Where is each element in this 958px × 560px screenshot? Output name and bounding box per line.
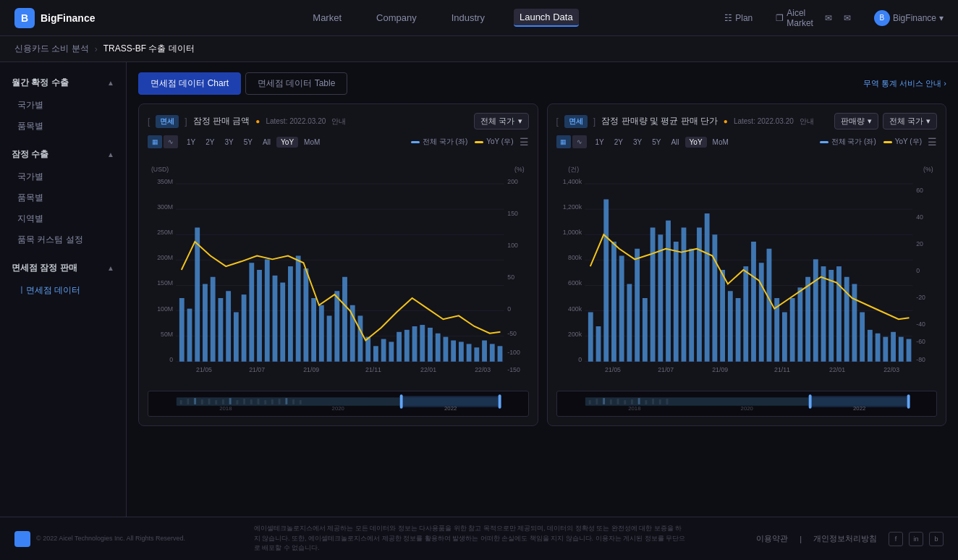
- svg-rect-93: [285, 398, 287, 404]
- chart1-bar-type[interactable]: ▦: [148, 135, 162, 148]
- chart2-period-2y[interactable]: 2Y: [610, 137, 627, 148]
- sidebar-section-header-dutyfree[interactable]: 면세점 잠정 판매 ▲: [0, 256, 126, 280]
- svg-rect-153: [805, 277, 810, 362]
- svg-rect-147: [758, 263, 763, 362]
- svg-rect-136: [673, 242, 678, 362]
- sidebar-item-dutyfree-data[interactable]: ㅣ면세점 데이터: [0, 280, 126, 301]
- chart2-period-mom[interactable]: MoM: [708, 137, 733, 148]
- chart1-controls-right: 전체 국가 (좌) YoY (우) ☰: [411, 136, 528, 148]
- svg-rect-151: [789, 298, 794, 362]
- chart1-menu-icon[interactable]: ☰: [520, 136, 529, 148]
- sidebar-item-tentative-region[interactable]: 지역별: [0, 208, 126, 229]
- chart1-legend-left: 전체 국가 (좌): [411, 137, 467, 147]
- chart2-period-all[interactable]: All: [666, 137, 683, 148]
- footer-copyright: © 2022 Aicel Technologies Inc. All Right…: [36, 534, 185, 544]
- svg-text:21/07: 21/07: [658, 366, 674, 373]
- sidebar-section-monthly: 월간 확정 수출 ▲ 국가별 품목별: [0, 71, 126, 137]
- chart1-line-type[interactable]: ∿: [164, 135, 178, 148]
- table-tab-button[interactable]: 면세점 데이터 Table: [245, 72, 347, 95]
- svg-rect-185: [645, 400, 647, 404]
- aicel-market-button[interactable]: ❐ Aicel Market: [776, 8, 813, 28]
- svg-text:-20: -20: [916, 294, 925, 301]
- chart2-controls-right: 전체 국가 (좌) YoY (우) ☰: [820, 136, 937, 148]
- legend-blue-dot: [411, 141, 420, 143]
- sidebar-item-tentative-custom[interactable]: 품목 커스텀 설정: [0, 229, 126, 250]
- period-2y[interactable]: 2Y: [201, 137, 219, 148]
- svg-rect-44: [319, 305, 324, 362]
- chart2-line-type[interactable]: ∿: [572, 135, 587, 148]
- svg-rect-154: [813, 259, 818, 361]
- svg-rect-145: [743, 266, 748, 362]
- chart2-dropdown2[interactable]: 전체 국가 ▾: [883, 113, 937, 130]
- user-menu[interactable]: B BigFinance ▾: [874, 10, 944, 26]
- footer-terms[interactable]: 이용약관: [756, 533, 788, 544]
- footer-privacy[interactable]: 개인정보처리방침: [813, 533, 877, 544]
- chart2-period-1y[interactable]: 1Y: [591, 137, 609, 148]
- breadcrumb-1[interactable]: 신용카드 소비 분석: [14, 43, 89, 55]
- tab-buttons-row: 면세점 데이터 Chart 면세점 데이터 Table 무역 통계 서비스 안내…: [138, 72, 946, 95]
- svg-rect-31: [219, 298, 224, 362]
- svg-text:(USD): (USD): [151, 166, 169, 173]
- mail-icon[interactable]: ✉: [825, 13, 832, 23]
- blog-icon[interactable]: b: [929, 532, 944, 546]
- chart2-bar-type[interactable]: ▦: [556, 135, 571, 148]
- nav-launch-data[interactable]: Launch Data: [514, 9, 579, 27]
- linkedin-icon[interactable]: in: [909, 532, 923, 546]
- svg-text:21/05: 21/05: [605, 366, 621, 373]
- chart-tab-button[interactable]: 면세점 데이터 Chart: [138, 72, 241, 95]
- chevron-down-icon: ▾: [939, 13, 944, 23]
- nav-company[interactable]: Company: [370, 9, 423, 26]
- svg-rect-84: [222, 399, 224, 404]
- sidebar-section-dutyfree: 면세점 잠정 판매 ▲ ㅣ면세점 데이터: [0, 256, 126, 301]
- svg-text:-60: -60: [916, 338, 925, 345]
- svg-text:2020: 2020: [332, 405, 345, 412]
- nav-industry[interactable]: Industry: [446, 9, 491, 26]
- chart2-dropdown1[interactable]: 판매량 ▾: [834, 113, 878, 130]
- svg-rect-52: [381, 339, 386, 362]
- sidebar-section-header-monthly[interactable]: 월간 확정 수출 ▲: [0, 71, 126, 95]
- svg-rect-67: [498, 346, 503, 361]
- chart1-dropdown[interactable]: 전체 국가 ▾: [474, 113, 528, 130]
- chart2-menu-icon[interactable]: ☰: [928, 136, 937, 148]
- plan-button[interactable]: ☷ Plan: [724, 13, 753, 23]
- chart1-title: [ 면세 ] 잠정 판매 금액 ● Latest: 2022.03.20 안내: [148, 115, 346, 128]
- footer-logo-icon: [14, 531, 30, 547]
- period-mom[interactable]: MoM: [300, 137, 324, 148]
- period-all[interactable]: All: [258, 137, 275, 148]
- chart2-legend-blue-dot: [820, 141, 828, 143]
- sidebar-item-tentative-product[interactable]: 품목별: [0, 187, 126, 208]
- svg-text:0: 0: [507, 305, 511, 313]
- period-yoy[interactable]: YoY: [276, 137, 298, 148]
- chart1-timeline[interactable]: 2018 2020 2022: [148, 391, 529, 417]
- chart2-period-yoy[interactable]: YoY: [685, 137, 707, 148]
- svg-rect-131: [635, 249, 640, 362]
- sidebar-item-monthly-country[interactable]: 국가별: [0, 95, 126, 116]
- chart2-period-3y[interactable]: 3Y: [629, 137, 646, 148]
- chevron-up-icon: ▲: [107, 79, 114, 87]
- svg-text:21/09: 21/09: [712, 366, 728, 373]
- service-link[interactable]: 무역 통계 서비스 안내 ›: [863, 78, 946, 89]
- chart1-svg-wrap: (USD) 350M 300M 250M 200M 150M 100M 50M …: [148, 154, 529, 388]
- svg-rect-92: [279, 399, 281, 404]
- svg-rect-152: [797, 287, 802, 361]
- sidebar-section-header-tentative[interactable]: 잠정 수출 ▲: [0, 143, 126, 166]
- sidebar-item-monthly-product[interactable]: 품목별: [0, 116, 126, 137]
- sidebar-item-tentative-country[interactable]: 국가별: [0, 166, 126, 187]
- svg-rect-188: [666, 399, 668, 404]
- chart2-timeline[interactable]: 2018 2020 2022: [556, 391, 938, 417]
- facebook-icon[interactable]: f: [889, 532, 903, 546]
- nav-market[interactable]: Market: [307, 9, 347, 26]
- svg-rect-38: [273, 276, 278, 362]
- chart2-legend-right: YoY (우): [883, 137, 922, 147]
- svg-rect-137: [681, 228, 686, 362]
- svg-rect-142: [720, 270, 725, 362]
- chart2-period-5y[interactable]: 5Y: [648, 137, 665, 148]
- svg-rect-181: [616, 399, 619, 404]
- svg-text:50: 50: [507, 273, 514, 281]
- svg-text:1,400k: 1,400k: [562, 178, 582, 185]
- svg-rect-45: [327, 315, 332, 361]
- bell-icon[interactable]: ✉: [844, 13, 851, 23]
- period-1y[interactable]: 1Y: [182, 137, 200, 148]
- period-3y[interactable]: 3Y: [220, 137, 237, 148]
- period-5y[interactable]: 5Y: [240, 137, 257, 148]
